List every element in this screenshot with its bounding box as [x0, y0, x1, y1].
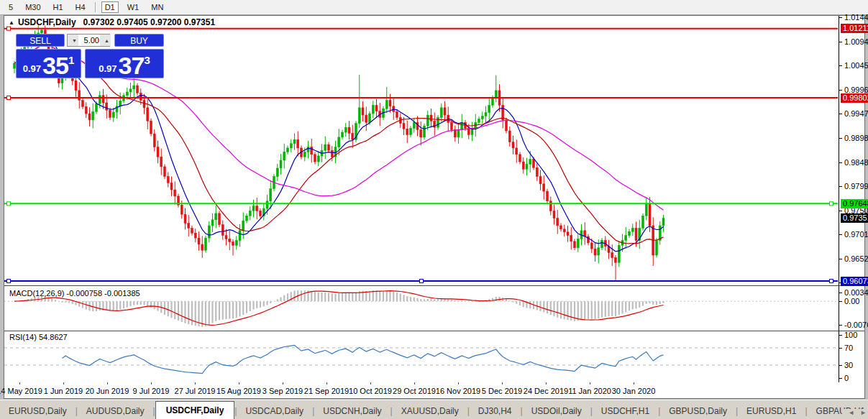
volume-input[interactable] [78, 34, 100, 46]
candle-body [451, 122, 453, 129]
candle-body [539, 177, 542, 184]
candle-body [365, 115, 367, 122]
price-tick-dash [839, 17, 842, 18]
candle-body [424, 126, 426, 137]
timeframe-button-5[interactable]: 5 [5, 1, 17, 13]
candle-body [92, 111, 94, 120]
candle-body [348, 127, 350, 133]
candle-body [369, 114, 371, 122]
sell-price-button[interactable]: 0.97 35 1 [16, 49, 81, 78]
price-tick-dash [839, 114, 842, 114]
sell-price-base: 0.97 [23, 62, 41, 76]
candle-body [536, 167, 538, 176]
price-tick-dash [839, 211, 842, 211]
timeframe-button-m30[interactable]: M30 [22, 1, 44, 13]
candle-body [211, 220, 214, 226]
candle-body [191, 228, 193, 233]
pane-resize-separator-main-macd[interactable] [4, 285, 864, 286]
candle-body [140, 93, 142, 100]
time-tick [458, 382, 459, 385]
candle-body [167, 177, 169, 183]
time-tick [19, 382, 20, 385]
tab-eurusd-h1[interactable]: EURUSD,H1 [738, 403, 805, 419]
candle-body [198, 238, 200, 244]
candle-body [143, 101, 145, 108]
candle-body [488, 105, 490, 112]
candle-body [413, 122, 415, 128]
tab-scroll-right-icon[interactable]: ► [860, 409, 867, 416]
candle-body [235, 240, 237, 245]
time-tick [590, 382, 590, 385]
candle-body [522, 162, 524, 169]
candle-body [232, 242, 234, 246]
timeframe-button-h4[interactable]: H4 [72, 1, 89, 13]
tab-gbpusd-daily[interactable]: GBPUSD,Daily [660, 403, 736, 419]
macd-tick-dash [839, 325, 842, 326]
price-axis[interactable]: 1.014401.009401.004500.999600.994700.989… [839, 16, 864, 382]
candle-body [85, 106, 87, 114]
candle-body [618, 245, 620, 262]
tab-eurusd-daily[interactable]: EURUSD,Daily [0, 403, 76, 419]
rsi-axis-label: 70 [844, 344, 853, 352]
buy-button[interactable]: BUY [114, 34, 164, 47]
one-click-collapse-icon[interactable]: ▲ [9, 19, 14, 26]
candle-body [205, 238, 207, 250]
tab-usdcnh-daily[interactable]: USDCNH,Daily [314, 403, 390, 419]
candle-body [221, 225, 224, 236]
candle-body [645, 203, 647, 216]
sell-button[interactable]: SELL [16, 34, 65, 47]
price-tick-dash [839, 259, 842, 259]
tab-audusd-daily[interactable]: AUDUSD,Daily [78, 403, 153, 419]
price-tick-dash [839, 65, 842, 66]
timeframe-button-h1[interactable]: H1 [50, 1, 67, 13]
macd-axis-zero: 0.00 [844, 297, 859, 305]
time-tick-label: 27 Jul 2019 [175, 387, 216, 395]
level-line-handle [420, 280, 424, 283]
chart-tab-bar: EURUSD,Daily|AUDUSD,Daily|USDCHF,Daily|U… [0, 400, 868, 419]
tab-dj30-h4[interactable]: DJ30,H4 [470, 403, 521, 419]
volume-decrease-icon[interactable]: ▼ [68, 34, 78, 46]
timeframe-button-mn[interactable]: MN [147, 1, 167, 13]
candle-body [225, 236, 227, 239]
macd-pane[interactable]: MACD(12,26,9) -0.000758 -0.001385 [4, 287, 864, 330]
candle-body [543, 184, 545, 191]
tab-scroller: ◄ ► [842, 409, 867, 416]
price-badge: 0.97648 [841, 199, 868, 208]
tab-xauusd-daily[interactable]: XAUUSD,Daily [393, 403, 467, 419]
rsi-svg[interactable] [4, 331, 838, 382]
candle-body [649, 203, 651, 226]
candle-body [553, 211, 555, 218]
rsi-tick-dash [839, 378, 842, 379]
tab-usdchf-daily[interactable]: USDCHF,Daily [155, 401, 235, 419]
time-tick [195, 382, 196, 385]
candle-body [119, 101, 122, 106]
tab-usdoil-daily[interactable]: USDOil,Daily [523, 403, 590, 419]
candle-body [529, 160, 531, 165]
candle-body [174, 190, 176, 196]
tab-usdchf-h1[interactable]: USDCHF,H1 [593, 403, 658, 419]
price-badge: 1.01211 [841, 24, 868, 33]
time-axis[interactable]: 14 May 20191 Jun 201920 Jun 20199 Jul 20… [4, 382, 864, 398]
timeframe-bar: 5M30H1H4D1W1MN [0, 0, 868, 15]
candle-body [590, 243, 593, 249]
timeframe-button-w1[interactable]: W1 [124, 1, 143, 13]
timeframe-button-d1[interactable]: D1 [101, 1, 119, 13]
tab-usdcad-daily[interactable]: USDCAD,Daily [237, 403, 312, 419]
candle-body [157, 147, 159, 157]
candle-body [478, 119, 480, 123]
time-tick-label: 3 Sep 2019 [262, 387, 303, 395]
candle-body [352, 133, 354, 139]
level-line-handle [7, 96, 11, 100]
candle-body [153, 134, 155, 147]
rsi-pane[interactable]: RSI(14) 54.8627 [4, 331, 864, 382]
level-line-handle [7, 202, 11, 206]
candle-body [239, 231, 241, 241]
buy-price-button[interactable]: 0.97 37 3 [85, 49, 164, 78]
tab-scroll-left-icon[interactable]: ◄ [848, 409, 854, 416]
workspace: { "toolbar": { "timeframes": ["5", "M30"… [0, 0, 868, 419]
volume-increase-icon[interactable]: ▲ [100, 34, 111, 46]
candle-body [303, 152, 306, 157]
chart-title-row: ▲ USDCHF,Daily 0.97302 0.97405 0.97200 0… [9, 17, 215, 27]
time-tick-label: 14 May 2019 [0, 387, 42, 395]
one-click-trade-panel: SELL ▼ ▲ BUY 0.97 35 1 0.97 37 3 [16, 34, 164, 93]
